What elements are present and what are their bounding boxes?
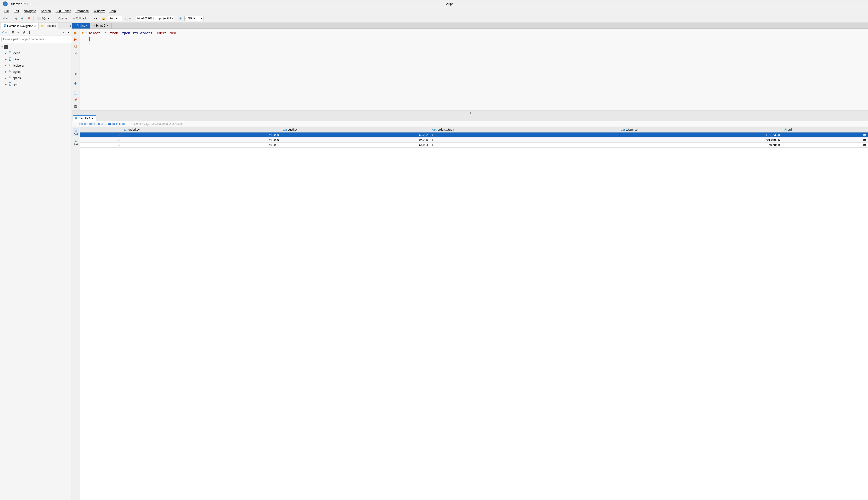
menu-help[interactable]: Help [107, 8, 118, 13]
format-dropdown-icon: ▾ [96, 17, 97, 20]
nav-toolbar: ⟳ ▾ ⊟ ↔ ⇄ ⋮ ▼ ▾ [0, 29, 72, 36]
explain-btn[interactable]: 📋 [73, 43, 79, 49]
results-tab-close[interactable]: ✕ [92, 117, 93, 120]
th-orderstatus[interactable]: ABC orderstatus ↕ [430, 127, 619, 133]
run-script-btn[interactable]: ▶ [73, 36, 79, 42]
menu-navigate[interactable]: Navigate [22, 8, 38, 13]
text-toggle[interactable]: ≡ Text [73, 138, 79, 146]
run-query-btn[interactable]: ▶ [73, 30, 79, 35]
iceberg-chevron[interactable]: ▶ [5, 64, 7, 67]
script-title: Script-6 [35, 2, 865, 6]
table-row[interactable]: 1 749,989 60,232 F 114,143.08 19 [80, 133, 868, 137]
db-nav-close[interactable]: ✕ [34, 25, 36, 27]
tab-script6-close[interactable]: ✕ [106, 24, 108, 27]
menu-file[interactable]: File [2, 8, 11, 13]
pin-btn[interactable]: 📌 [73, 97, 79, 103]
terminal-btn[interactable]: ⊞ [73, 71, 79, 77]
image-btn[interactable]: 🖼 [73, 103, 79, 109]
sql-button[interactable]: ⬜ SQL ▾ [35, 16, 51, 21]
nav-sync-btn[interactable]: ⇄ [22, 30, 26, 35]
hive-db-icon: 🗄 [8, 57, 12, 61]
search-box [0, 36, 72, 43]
tree-item-iceberg[interactable]: ▶ 🗄 iceberg [0, 62, 72, 69]
forward-icon: ⊕ [21, 17, 23, 20]
menu-search[interactable]: Search [39, 8, 53, 13]
copy-btn[interactable]: ⊡ [73, 50, 79, 56]
th-custkey[interactable]: 123 custkey ↕ [281, 127, 430, 133]
maximize-panel-btn[interactable]: □ [69, 24, 71, 27]
results-tab-1[interactable]: ⊞ Results 1 ✕ [73, 115, 96, 121]
back-button[interactable]: ◀ [13, 16, 19, 21]
bookmark-btn[interactable]: 📄 [73, 90, 79, 96]
tree-item-system[interactable]: ▶ 🗄 system [0, 69, 72, 75]
hive-chevron[interactable]: ▶ [5, 58, 7, 61]
tree-item-delta[interactable]: ▶ 🗄 delta [0, 50, 72, 56]
grid-toggle[interactable]: ⊞ Grid [73, 128, 79, 136]
refresh-button[interactable]: ⟳ ▾ [1, 16, 9, 21]
custkey-sort[interactable]: ↕ [298, 128, 300, 131]
commit-button[interactable]: ↑ Commit [55, 16, 70, 21]
th-ord[interactable]: 🕐 ord [782, 127, 868, 133]
tab-database-navigator[interactable]: 🗄 Database Navigator ✕ [1, 23, 38, 29]
refresh-icon: ⟳ [3, 17, 5, 20]
db-nav-icon: 🗄 [3, 24, 6, 28]
lock-button[interactable]: 🔒 [100, 16, 107, 21]
cell-custkey: 96,295 [281, 137, 430, 143]
orderkey-sort[interactable]: ↕ [141, 128, 142, 131]
nav-filter-dropdown[interactable]: ▾ [67, 30, 71, 35]
editor-tab-trino[interactable]: ▪ *<trino> [72, 23, 90, 29]
settings-btn[interactable]: ⚙ [73, 80, 79, 86]
main-layout: 🗄 Database Navigator ✕ 📁 Projects — □ ⟳ … [0, 23, 868, 500]
stop-button[interactable]: ✖ [26, 16, 32, 21]
search-input[interactable] [1, 37, 70, 42]
iceberg-db-icon: 🗄 [8, 64, 12, 67]
auto-dropdown-icon: ▾ [116, 17, 117, 20]
delta-chevron[interactable]: ▶ [5, 52, 7, 54]
tpcds-chevron[interactable]: ▶ [5, 77, 7, 79]
orderstatus-sort[interactable]: ↕ [453, 128, 454, 131]
root-chevron-down[interactable]: ▾ [1, 45, 3, 49]
forward-button[interactable]: ⊕ [20, 16, 25, 21]
nav-collapse-btn[interactable]: ⊟ [11, 30, 15, 35]
results-query-bar: ↔T select * from tpch.sf1.orders limit 1… [72, 121, 868, 127]
th-orderkey[interactable]: 123 orderkey ↕ [121, 127, 281, 133]
nav-link-btn[interactable]: ↔ [16, 30, 21, 35]
auto-dropdown[interactable]: Auto ▾ [108, 16, 122, 21]
fold-marker: ⊖ [85, 31, 87, 35]
menubar: File Edit Navigate Search SQL Editor Dat… [0, 8, 868, 14]
rollback-button[interactable]: ↩ Rollback [71, 16, 88, 21]
minimize-panel-btn[interactable]: — [66, 24, 69, 27]
results-tabs: ⊞ Results 1 ✕ [72, 115, 868, 121]
tab-projects[interactable]: 📁 Projects [38, 23, 58, 29]
menu-database[interactable]: Database [73, 8, 91, 13]
grid-button[interactable]: ⊞ [178, 16, 183, 21]
nav-refresh-btn[interactable]: ⟳ ▾ [1, 30, 8, 35]
limit-num: 100 [170, 31, 176, 36]
code-editor[interactable]: ▶ ⊖ select * from tpch.sf1.orders limit … [80, 29, 868, 110]
db-nav-label: Database Navigator [7, 24, 33, 28]
tpch-chevron[interactable]: ▶ [5, 83, 7, 86]
connection-dropdown[interactable]: trino2022081 … .projecthil ▾ [136, 16, 174, 21]
menu-edit[interactable]: Edit [12, 8, 21, 13]
menu-sql-editor[interactable]: SQL Editor [54, 8, 72, 13]
tree-item-hive[interactable]: ▶ 🗄 hive [0, 56, 72, 62]
th-totalprice[interactable]: 123 totalprice ↕ [619, 127, 782, 133]
table-row[interactable]: 2 749,990 96,295 F 201,979.25 19 [80, 137, 868, 143]
format-button[interactable]: ≡ ▾ [92, 16, 99, 21]
editor-tab-script6[interactable]: > Script-6 ✕ [90, 23, 112, 29]
table-row[interactable]: 3 749,991 64,924 F 160,686.9 19 [80, 143, 868, 148]
totalprice-sort[interactable]: ↕ [638, 128, 640, 131]
data-table-wrap[interactable]: 123 orderkey ↕ 123 custkey ↕ [80, 127, 868, 500]
nav-filter-btn[interactable]: ▼ [61, 30, 66, 35]
system-chevron[interactable]: ▶ [5, 70, 7, 73]
scroll-left-icon[interactable]: ◀ [469, 111, 471, 114]
menu-window[interactable]: Window [92, 8, 106, 13]
dbeaver-icon [3, 1, 8, 6]
schema-dropdown[interactable]: < N/A > ▾ [184, 16, 203, 21]
nav-more-btn[interactable]: ⋮ [27, 30, 32, 35]
nav-refresh-icon: ⟳ [2, 31, 4, 34]
tree-item-tpcds[interactable]: ▶ 🗄 tpcds [0, 75, 72, 81]
history-button[interactable]: 🕐 ▾ [123, 16, 132, 21]
grid-icon: ⊞ [179, 17, 182, 20]
tree-item-tpch[interactable]: ▶ 🗄 tpch [0, 81, 72, 87]
